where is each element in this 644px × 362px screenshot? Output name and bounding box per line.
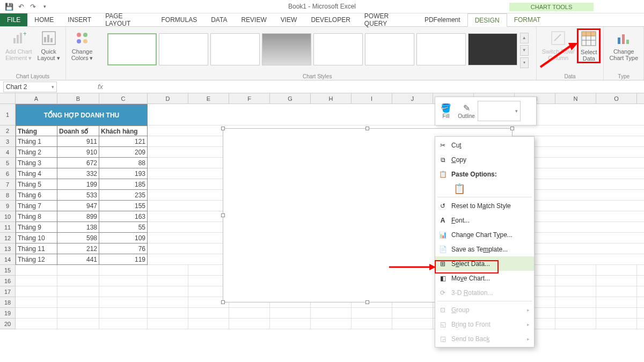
- cell-b11[interactable]: 138: [57, 222, 99, 233]
- quick-layout-button[interactable]: Quick Layout ▾: [35, 28, 63, 62]
- row-header-14[interactable]: 14: [0, 254, 16, 265]
- cell-b5[interactable]: 672: [57, 158, 99, 168]
- col-header-P[interactable]: P: [637, 93, 644, 104]
- col-header-D[interactable]: D: [148, 93, 188, 104]
- outline-button[interactable]: ✎ Outline: [457, 103, 475, 119]
- row-header-3[interactable]: 3: [0, 136, 16, 147]
- cell-b8[interactable]: 533: [57, 190, 99, 201]
- col-header-G[interactable]: G: [270, 93, 311, 104]
- ctx-cut[interactable]: ✂Cut: [435, 138, 534, 152]
- cell-a12[interactable]: Tháng 10: [16, 233, 57, 243]
- tab-file[interactable]: FILE: [0, 13, 27, 26]
- chart-style-5[interactable]: [313, 33, 363, 65]
- tab-home[interactable]: HOME: [27, 13, 61, 26]
- merged-title-cell[interactable]: TỔNG HỢP DOANH THU: [16, 104, 148, 125]
- ctx-move-chart[interactable]: ◧Move Chart...: [435, 271, 534, 285]
- cell-a5[interactable]: Tháng 3: [16, 158, 57, 168]
- row-header-5[interactable]: 5: [0, 158, 16, 168]
- row-header-17[interactable]: 17: [0, 286, 16, 297]
- tab-page-layout[interactable]: PAGE LAYOUT: [98, 13, 154, 26]
- row-header-16[interactable]: 16: [0, 276, 16, 286]
- undo-icon[interactable]: ↶: [16, 2, 26, 11]
- add-chart-element-button[interactable]: + Add Chart Element ▾: [3, 28, 35, 62]
- cell-c8[interactable]: 235: [99, 190, 148, 201]
- cell-a6[interactable]: Tháng 4: [16, 168, 57, 179]
- row-header-11[interactable]: 11: [0, 222, 16, 233]
- cell-a7[interactable]: Tháng 5: [16, 179, 57, 190]
- col-header-J[interactable]: J: [392, 93, 433, 104]
- header-khachhang[interactable]: Khách hàng: [99, 125, 148, 136]
- switch-row-column-button[interactable]: Switch Row/ Column: [539, 28, 577, 62]
- cell-c14[interactable]: 119: [99, 254, 148, 265]
- tab-pdfelement[interactable]: PDFelement: [418, 13, 467, 26]
- ctx-select-data[interactable]: ⊞Select Data...: [435, 256, 534, 271]
- tab-view[interactable]: VIEW: [274, 13, 304, 26]
- cell-b9[interactable]: 947: [57, 201, 99, 211]
- fx-icon[interactable]: fx: [94, 83, 106, 91]
- ctx-change-chart-type[interactable]: 📊Change Chart Type...: [435, 227, 534, 242]
- header-thang[interactable]: Tháng: [16, 125, 57, 136]
- tab-insert[interactable]: INSERT: [61, 13, 98, 26]
- cell-a4[interactable]: Tháng 2: [16, 147, 57, 158]
- row-header-12[interactable]: 12: [0, 233, 16, 243]
- fill-button[interactable]: 🪣 Fill: [437, 103, 455, 119]
- chart-style-6[interactable]: [365, 33, 414, 65]
- worksheet-grid[interactable]: ABCDEFGHIJKLMNOP 12345678910111213141516…: [0, 93, 644, 361]
- cell-c4[interactable]: 209: [99, 147, 148, 158]
- row-header-15[interactable]: 15: [0, 265, 16, 276]
- cell-a11[interactable]: Tháng 9: [16, 222, 57, 233]
- col-header-C[interactable]: C: [99, 93, 148, 104]
- style-scroll-up[interactable]: ▲: [520, 33, 529, 43]
- cell-c12[interactable]: 109: [99, 233, 148, 243]
- row-header-10[interactable]: 10: [0, 211, 16, 222]
- row-header-4[interactable]: 4: [0, 147, 16, 158]
- qat-dropdown-icon[interactable]: ▾: [40, 2, 49, 11]
- namebox-dropdown-icon[interactable]: ▾: [52, 84, 54, 90]
- row-header-8[interactable]: 8: [0, 190, 16, 201]
- chart-style-3[interactable]: [210, 33, 260, 65]
- redo-icon[interactable]: ↷: [28, 2, 38, 11]
- cell-a14[interactable]: Tháng 12: [16, 254, 57, 265]
- change-colors-button[interactable]: Change Colors ▾: [69, 28, 96, 62]
- style-scroll-down[interactable]: ▼: [520, 45, 529, 56]
- chart-style-4[interactable]: [262, 33, 311, 65]
- save-icon[interactable]: 💾: [4, 2, 14, 11]
- tab-power-query[interactable]: POWER QUERY: [357, 13, 418, 26]
- tab-review[interactable]: REVIEW: [234, 13, 273, 26]
- col-header-F[interactable]: F: [229, 93, 270, 104]
- col-header-E[interactable]: E: [188, 93, 229, 104]
- cell-c7[interactable]: 185: [99, 179, 148, 190]
- chart-style-2[interactable]: [159, 33, 208, 65]
- col-header-H[interactable]: H: [311, 93, 352, 104]
- row-header-18[interactable]: 18: [0, 297, 16, 308]
- cell-c6[interactable]: 193: [99, 168, 148, 179]
- cell-b14[interactable]: 441: [57, 254, 99, 265]
- tab-format[interactable]: FORMAT: [507, 13, 548, 26]
- ctx-font[interactable]: AFont...: [435, 213, 534, 227]
- chart-style-7[interactable]: [416, 33, 466, 65]
- cell-b13[interactable]: 212: [57, 243, 99, 254]
- cell-c10[interactable]: 163: [99, 211, 148, 222]
- cell-a13[interactable]: Tháng 11: [16, 243, 57, 254]
- col-header-O[interactable]: O: [596, 93, 637, 104]
- col-header-A[interactable]: A: [16, 93, 57, 104]
- cell-b4[interactable]: 910: [57, 147, 99, 158]
- cell-c3[interactable]: 121: [99, 136, 148, 147]
- row-header-1[interactable]: 1: [0, 104, 16, 125]
- row-header-2[interactable]: 2: [0, 125, 16, 136]
- tab-design[interactable]: DESIGN: [467, 13, 507, 27]
- cell-b7[interactable]: 199: [57, 179, 99, 190]
- col-header-B[interactable]: B: [57, 93, 99, 104]
- row-header-20[interactable]: 20: [0, 319, 16, 329]
- cell-c9[interactable]: 155: [99, 201, 148, 211]
- change-chart-type-button[interactable]: Change Chart Type: [606, 28, 641, 62]
- cell-b12[interactable]: 598: [57, 233, 99, 243]
- ctx-save-template[interactable]: 📄Save as Template...: [435, 242, 534, 256]
- ctx-reset-match-style[interactable]: ↺Reset to Match Style: [435, 198, 534, 213]
- cell-c11[interactable]: 55: [99, 222, 148, 233]
- shape-style-gallery[interactable]: ▾: [478, 101, 521, 121]
- header-doanhso[interactable]: Doanh số: [57, 125, 99, 136]
- cell-c13[interactable]: 76: [99, 243, 148, 254]
- select-all-corner[interactable]: [0, 93, 16, 104]
- cell-a3[interactable]: Tháng 1: [16, 136, 57, 147]
